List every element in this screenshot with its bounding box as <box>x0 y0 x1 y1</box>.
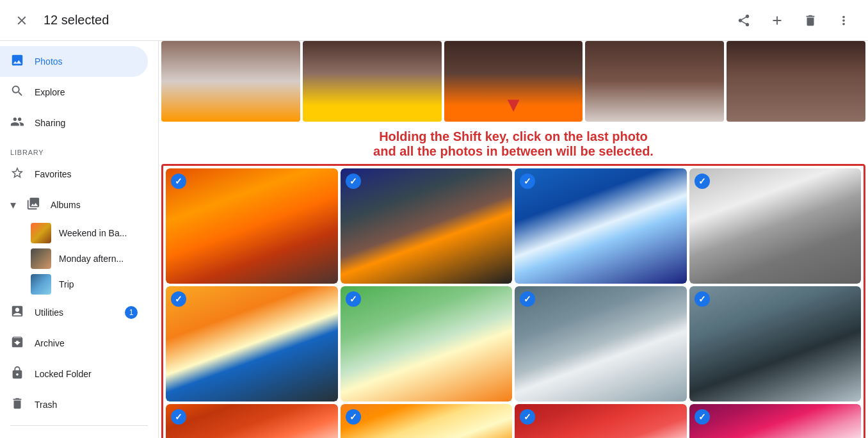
photo-image-5 <box>166 286 338 402</box>
photo-cell-3[interactable]: ✓ <box>515 168 687 284</box>
photo-cell-8[interactable]: ✓ <box>689 286 862 402</box>
favorites-icon <box>10 166 24 183</box>
photo-cell-1[interactable]: ✓ <box>166 168 338 284</box>
check-4: ✓ <box>695 174 710 189</box>
album-thumb-1 <box>31 223 51 243</box>
check-11: ✓ <box>520 409 535 425</box>
tooltip-line1: Holding the Shift key, click on the last… <box>379 129 648 143</box>
photo-image-12 <box>689 404 862 438</box>
albums-icon <box>26 197 40 214</box>
tooltip-banner: Holding the Shift key, click on the last… <box>159 124 868 164</box>
albums-label: Albums <box>51 200 81 210</box>
top-strip-photo-2[interactable] <box>303 41 442 122</box>
album-label-2: Monday aftern... <box>59 254 124 264</box>
album-item-3[interactable]: Trip <box>0 272 158 297</box>
check-9: ✓ <box>171 409 186 425</box>
photo-cell-2[interactable]: ✓ <box>341 168 513 284</box>
top-strip-photo-5[interactable] <box>727 41 865 122</box>
check-3: ✓ <box>520 174 535 189</box>
add-button[interactable] <box>763 6 791 35</box>
archive-label: Archive <box>35 338 65 348</box>
content-area: ▼ Holding the Shift key, click on the la… <box>159 41 868 438</box>
share-icon <box>737 13 751 28</box>
trash-icon <box>10 396 24 414</box>
topbar-actions <box>730 6 858 35</box>
album-thumb-3 <box>31 274 51 295</box>
utilities-label: Utilities <box>35 307 63 318</box>
sidebar-item-favorites[interactable]: Favorites <box>0 159 148 190</box>
sidebar-item-storage[interactable]: Storage <box>0 431 148 438</box>
favorites-label: Favorites <box>35 169 72 179</box>
sidebar-item-utilities[interactable]: Utilities 1 <box>0 297 148 328</box>
photo-cell-11[interactable]: ✓ <box>515 404 687 438</box>
album-item-2[interactable]: Monday aftern... <box>0 246 158 272</box>
sidebar-item-photos[interactable]: Photos <box>0 46 148 77</box>
album-label-3: Trip <box>59 279 74 289</box>
locked-folder-icon <box>10 366 24 383</box>
photo-row-3: ✓ ✓ ✓ ✓ <box>166 404 861 438</box>
photo-cell-10[interactable]: ✓ <box>341 404 513 438</box>
photo-cell-4[interactable]: ✓ <box>689 168 862 284</box>
check-1: ✓ <box>171 174 186 189</box>
photo-cell-7[interactable]: ✓ <box>515 286 687 402</box>
photo-image-7 <box>515 286 687 402</box>
photo-image-3 <box>515 168 687 284</box>
check-7: ✓ <box>520 291 535 307</box>
album-thumb-2 <box>31 248 51 269</box>
trash-label: Trash <box>35 400 57 410</box>
sidebar-item-explore[interactable]: Explore <box>0 77 148 108</box>
top-strip-photo-4[interactable] <box>585 41 724 122</box>
sidebar-item-archive[interactable]: Archive <box>0 328 148 359</box>
locked-folder-label: Locked Folder <box>35 369 92 379</box>
sidebar-item-trash[interactable]: Trash <box>0 389 148 420</box>
topbar-left: 12 selected <box>10 9 109 32</box>
more-options-button[interactable] <box>830 6 858 35</box>
check-10: ✓ <box>346 409 361 425</box>
photo-image-2 <box>341 168 513 284</box>
check-5: ✓ <box>171 291 186 307</box>
utilities-icon <box>10 304 24 321</box>
photo-cell-9[interactable]: ✓ <box>166 404 338 438</box>
photo-cell-12[interactable]: ✓ <box>689 404 862 438</box>
explore-icon <box>10 84 24 101</box>
photo-grid-container: ✓ ✓ ✓ ✓ ✓ <box>161 164 865 438</box>
photo-image-4 <box>689 168 862 284</box>
photo-image-9 <box>166 404 338 438</box>
photo-image-6 <box>341 286 513 402</box>
photos-label: Photos <box>35 56 63 67</box>
photo-cell-5[interactable]: ✓ <box>166 286 338 402</box>
selected-count-label: 12 selected <box>44 13 109 28</box>
sidebar-item-sharing[interactable]: Sharing <box>0 108 148 138</box>
topbar: 12 selected <box>0 0 868 41</box>
top-strip-photo-1[interactable] <box>161 41 300 122</box>
main-layout: Photos Explore Sharing LIBRARY <box>0 41 868 438</box>
check-12: ✓ <box>695 409 710 425</box>
photo-cell-6[interactable]: ✓ <box>341 286 513 402</box>
close-icon <box>15 13 29 28</box>
photo-image-1 <box>166 168 338 284</box>
album-label-1: Weekend in Ba... <box>59 228 127 238</box>
add-icon <box>770 13 784 28</box>
album-item-1[interactable]: Weekend in Ba... <box>0 220 158 246</box>
delete-icon <box>803 13 817 28</box>
sidebar-item-locked-folder[interactable]: Locked Folder <box>0 359 148 389</box>
top-strip-photo-3[interactable]: ▼ <box>444 41 583 122</box>
photos-icon <box>10 53 24 70</box>
delete-button[interactable] <box>796 6 824 35</box>
photo-row-2: ✓ ✓ ✓ ✓ <box>166 286 861 402</box>
utilities-badge: 1 <box>125 306 138 319</box>
check-2: ✓ <box>346 174 361 189</box>
photo-row-1: ✓ ✓ ✓ ✓ <box>166 168 861 284</box>
more-vert-icon <box>837 13 851 28</box>
check-8: ✓ <box>695 291 710 307</box>
sidebar-item-albums[interactable]: ▾ Albums <box>0 190 148 220</box>
photo-image-11 <box>515 404 687 438</box>
photo-image-10 <box>341 404 513 438</box>
sidebar: Photos Explore Sharing LIBRARY <box>0 41 159 438</box>
library-section-label: LIBRARY <box>0 138 158 159</box>
explore-label: Explore <box>35 87 65 97</box>
top-strip: ▼ <box>159 41 868 124</box>
close-button[interactable] <box>10 9 33 32</box>
check-6: ✓ <box>346 291 361 307</box>
share-button[interactable] <box>730 6 758 35</box>
